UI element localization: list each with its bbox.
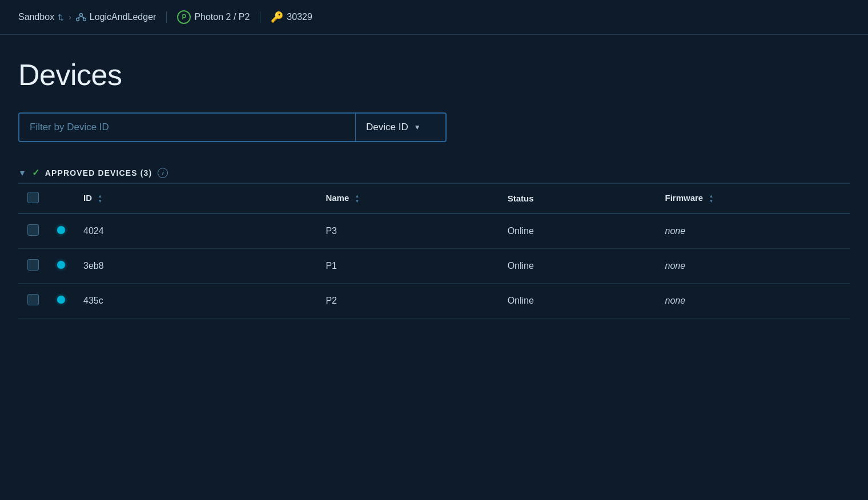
row-status: Online [499, 284, 656, 318]
page-title: Devices [18, 58, 850, 92]
row-checkbox-cell[interactable] [18, 284, 48, 318]
row-checkbox-0[interactable] [27, 224, 39, 236]
section-header: ▼ ✓ APPROVED DEVICES (3) i [18, 163, 850, 183]
svg-point-0 [79, 14, 82, 17]
breadcrumb-token[interactable]: 🔑 30329 [271, 11, 312, 23]
org-label: LogicAndLedger [90, 12, 156, 22]
main-content: Devices Device ID ▼ ▼ ✓ APPROVED DEVICES… [0, 35, 868, 341]
info-icon[interactable]: i [158, 168, 168, 178]
row-status-dot-cell [48, 284, 74, 318]
row-status-dot-cell [48, 249, 74, 284]
expand-icon: ⇅ [58, 13, 64, 22]
collapse-icon[interactable]: ▼ [18, 168, 26, 178]
breadcrumb-product[interactable]: P Photon 2 / P2 [177, 10, 250, 24]
check-icon: ✓ [32, 167, 39, 178]
breadcrumb-divider-2 [260, 11, 260, 23]
row-firmware: none [656, 249, 850, 284]
org-icon [76, 12, 86, 22]
th-select-all[interactable] [18, 183, 48, 213]
name-sort-icons: ▲ ▼ [355, 194, 359, 204]
th-id[interactable]: ID ▲ ▼ [74, 183, 316, 213]
row-id[interactable]: 435c [74, 284, 316, 318]
table-row[interactable]: 4024 P3 Online none [18, 213, 850, 249]
filter-dropdown-label: Device ID [366, 122, 408, 133]
row-status-dot-cell [48, 213, 74, 249]
online-indicator [57, 296, 65, 304]
svg-point-2 [83, 18, 86, 21]
table-header-row: ID ▲ ▼ Name ▲ ▼ Status F [18, 183, 850, 213]
chevron-down-icon: ▼ [414, 123, 421, 131]
row-id[interactable]: 3eb8 [74, 249, 316, 284]
section-title: APPROVED DEVICES (3) [45, 168, 152, 178]
svg-line-4 [81, 17, 85, 18]
th-dot [48, 183, 74, 213]
row-firmware: none [656, 284, 850, 318]
filter-dropdown[interactable]: Device ID ▼ [355, 112, 447, 142]
row-status: Online [499, 249, 656, 284]
row-name[interactable]: P3 [316, 213, 498, 249]
row-checkbox-2[interactable] [27, 294, 39, 305]
breadcrumb-sep-1: › [69, 13, 71, 22]
sandbox-label: Sandbox [18, 12, 54, 22]
product-label: Photon 2 / P2 [194, 12, 250, 22]
table-row[interactable]: 3eb8 P1 Online none [18, 249, 850, 284]
token-label: 30329 [287, 12, 312, 22]
firmware-sort-icons: ▲ ▼ [709, 194, 713, 204]
row-status: Online [499, 213, 656, 249]
breadcrumb-sandbox[interactable]: Sandbox ⇅ [18, 12, 64, 22]
online-indicator [57, 226, 65, 234]
row-checkbox-1[interactable] [27, 259, 39, 271]
breadcrumb: Sandbox ⇅ › LogicAndLedger P Photon 2 / … [0, 0, 868, 35]
id-sort-icons: ▲ ▼ [98, 194, 102, 204]
row-firmware: none [656, 213, 850, 249]
devices-table: ID ▲ ▼ Name ▲ ▼ Status F [18, 183, 850, 318]
filter-input[interactable] [18, 112, 355, 142]
row-name[interactable]: P1 [316, 249, 498, 284]
svg-line-3 [78, 17, 81, 18]
key-icon: 🔑 [271, 11, 283, 23]
row-checkbox-cell[interactable] [18, 213, 48, 249]
row-name[interactable]: P2 [316, 284, 498, 318]
th-firmware[interactable]: Firmware ▲ ▼ [656, 183, 850, 213]
row-checkbox-cell[interactable] [18, 249, 48, 284]
breadcrumb-org[interactable]: LogicAndLedger [76, 12, 156, 22]
th-name[interactable]: Name ▲ ▼ [316, 183, 498, 213]
filter-bar: Device ID ▼ [18, 112, 447, 142]
photon-badge: P [177, 10, 191, 24]
row-id[interactable]: 4024 [74, 213, 316, 249]
th-status: Status [499, 183, 656, 213]
select-all-checkbox[interactable] [27, 192, 39, 203]
svg-point-1 [76, 18, 79, 21]
table-body: 4024 P3 Online none 3eb8 P1 Online none … [18, 213, 850, 318]
table-row[interactable]: 435c P2 Online none [18, 284, 850, 318]
breadcrumb-divider-1 [166, 11, 167, 23]
online-indicator [57, 261, 65, 269]
